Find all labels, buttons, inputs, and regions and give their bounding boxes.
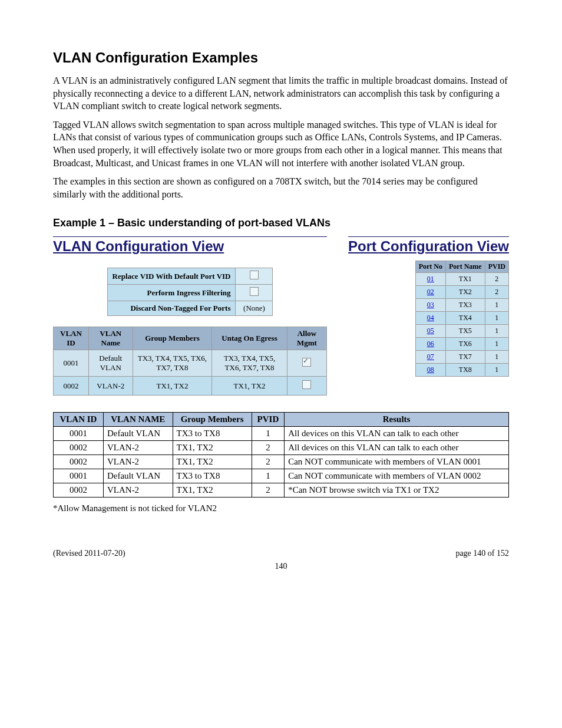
port-row: 06TX61 — [416, 338, 508, 350]
port-link[interactable]: 01 — [427, 275, 434, 283]
port-cell-name: TX4 — [446, 312, 485, 324]
ingress-filter-checkbox[interactable] — [250, 287, 259, 296]
discard-label: Discard Non-Tagged For Ports — [108, 301, 236, 315]
port-cell-name: TX2 — [446, 286, 485, 298]
port-cell-no: 08 — [416, 364, 445, 376]
port-cell-no: 02 — [416, 286, 445, 298]
port-cell-name: TX5 — [446, 325, 485, 337]
port-cell-pvid: 1 — [485, 364, 508, 376]
port-cell-pvid: 1 — [485, 338, 508, 350]
simple-th-name: VLAN NAME — [103, 413, 173, 427]
simple-cell-vid: 0002 — [54, 455, 104, 469]
port-link[interactable]: 03 — [427, 301, 434, 309]
table-row: 0001Default VLANTX3 to TX81Can NOT commu… — [54, 469, 509, 483]
intro-paragraph: A VLAN is an administratively configured… — [53, 74, 509, 113]
simple-th-members: Group Members — [173, 413, 252, 427]
footnote: *Allow Management is not ticked for VLAN… — [53, 503, 509, 513]
port-row: 05TX51 — [416, 325, 508, 337]
port-cell-pvid: 1 — [485, 351, 508, 363]
footer-revision: (Revised 2011-07-20) — [53, 549, 125, 558]
port-cell-no: 05 — [416, 325, 445, 337]
port-cell-name: TX8 — [446, 364, 485, 376]
port-cell-pvid: 1 — [485, 325, 508, 337]
vlan-row: 0002 VLAN-2 TX1, TX2 TX1, TX2 — [54, 377, 326, 395]
footer-page-info: page 140 of 152 — [455, 549, 509, 558]
simple-th-pvid: PVID — [252, 413, 285, 427]
port-cell-name: TX6 — [446, 338, 485, 350]
port-link[interactable]: 02 — [427, 288, 434, 296]
port-link[interactable]: 04 — [427, 314, 434, 322]
port-link[interactable]: 06 — [427, 340, 434, 348]
simple-cell-results: All devices on this VLAN can talk to eac… — [285, 427, 509, 441]
simple-cell-vid: 0002 — [54, 441, 104, 455]
simple-cell-members: TX1, TX2 — [173, 483, 252, 498]
port-cell-no: 06 — [416, 338, 445, 350]
port-table: Port No Port Name PVID 01TX1202TX2203TX3… — [415, 261, 509, 377]
footer-page-number: 140 — [53, 562, 509, 571]
vlan-th-allow: Allow Mgmt — [287, 327, 326, 350]
port-cell-name: TX3 — [446, 299, 485, 311]
simple-cell-name: VLAN-2 — [103, 455, 173, 469]
port-row: 02TX22 — [416, 286, 508, 298]
port-row: 07TX71 — [416, 351, 508, 363]
simple-cell-vid: 0001 — [54, 427, 104, 441]
config-paragraph: The examples in this section are shown a… — [53, 175, 509, 200]
allow-mgmt-checkbox[interactable] — [302, 358, 311, 367]
port-th-pvid: PVID — [485, 261, 508, 272]
vlan-cell-members: TX3, TX4, TX5, TX6, TX7, TX8 — [133, 350, 212, 376]
table-row: 0002VLAN-2TX1, TX22All devices on this V… — [54, 441, 509, 455]
vlan-th-members: Group Members — [133, 327, 212, 350]
simple-cell-results: All devices on this VLAN can talk to eac… — [285, 441, 509, 455]
vlan-cell-name: Default VLAN — [89, 350, 133, 376]
replace-vid-label: Replace VID With Default Port VID — [108, 268, 236, 284]
tagged-paragraph: Tagged VLAN allows switch segmentation t… — [53, 118, 509, 169]
simple-cell-name: Default VLAN — [103, 427, 173, 441]
simple-th-results: Results — [285, 413, 509, 427]
allow-mgmt-checkbox[interactable] — [302, 380, 311, 389]
simple-cell-members: TX1, TX2 — [173, 455, 252, 469]
port-link[interactable]: 05 — [427, 327, 434, 335]
simple-th-vid: VLAN ID — [54, 413, 104, 427]
port-cell-no: 04 — [416, 312, 445, 324]
vlan-cell-name: VLAN-2 — [89, 377, 133, 395]
port-cell-no: 07 — [416, 351, 445, 363]
vlan-th-untag: Untag On Egress — [212, 327, 287, 350]
table-row: 0002VLAN-2TX1, TX22*Can NOT browse switc… — [54, 483, 509, 498]
port-row: 08TX81 — [416, 364, 508, 376]
port-cell-pvid: 1 — [485, 299, 508, 311]
simple-cell-members: TX3 to TX8 — [173, 469, 252, 483]
port-row: 03TX31 — [416, 299, 508, 311]
port-view-heading[interactable]: Port Configuration View — [348, 236, 509, 255]
port-cell-no: 03 — [416, 299, 445, 311]
vlan-cell-id: 0001 — [54, 350, 88, 376]
replace-vid-checkbox[interactable] — [250, 271, 259, 279]
simple-cell-vid: 0002 — [54, 483, 104, 498]
vlan-cell-untag: TX1, TX2 — [212, 377, 287, 395]
vlan-view-heading[interactable]: VLAN Configuration View — [53, 236, 327, 255]
port-link[interactable]: 07 — [427, 353, 434, 361]
vlan-th-name: VLAN Name — [89, 327, 133, 350]
table-row: 0002VLAN-2TX1, TX22Can NOT communicate w… — [54, 455, 509, 469]
vlan-cell-members: TX1, TX2 — [133, 377, 212, 395]
simple-cell-name: VLAN-2 — [103, 483, 173, 498]
port-link[interactable]: 08 — [427, 365, 434, 374]
simple-cell-pvid: 1 — [252, 427, 285, 441]
simple-cell-pvid: 1 — [252, 469, 285, 483]
simple-cell-name: VLAN-2 — [103, 441, 173, 455]
simple-cell-results: Can NOT communicate with members of VLAN… — [285, 469, 509, 483]
simple-cell-results: Can NOT communicate with members of VLAN… — [285, 455, 509, 469]
port-th-no: Port No — [416, 261, 445, 272]
vlan-row: 0001 Default VLAN TX3, TX4, TX5, TX6, TX… — [54, 350, 326, 376]
port-cell-name: TX1 — [446, 273, 485, 285]
simple-cell-members: TX3 to TX8 — [173, 427, 252, 441]
vlan-cell-untag: TX3, TX4, TX5, TX6, TX7, TX8 — [212, 350, 287, 376]
simple-cell-members: TX1, TX2 — [173, 441, 252, 455]
simple-cell-results: *Can NOT browse switch via TX1 or TX2 — [285, 483, 509, 498]
port-cell-pvid: 1 — [485, 312, 508, 324]
vlan-cell-id: 0002 — [54, 377, 88, 395]
page-title: VLAN Configuration Examples — [53, 50, 509, 66]
simple-cell-pvid: 2 — [252, 455, 285, 469]
simple-results-table: VLAN ID VLAN NAME Group Members PVID Res… — [53, 412, 509, 498]
simple-cell-pvid: 2 — [252, 441, 285, 455]
port-cell-name: TX7 — [446, 351, 485, 363]
